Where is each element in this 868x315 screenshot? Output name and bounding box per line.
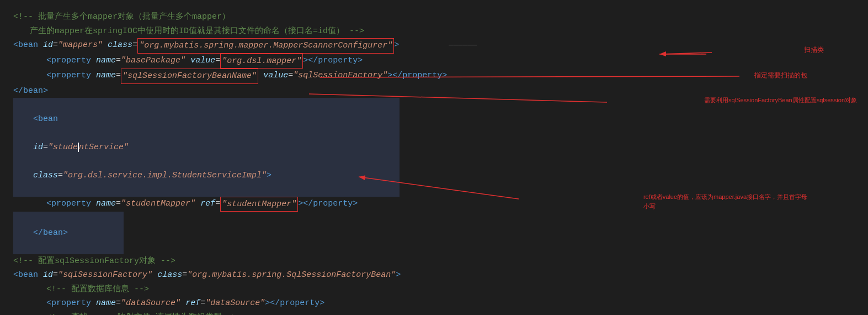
- close-bracket-3: >: [394, 38, 399, 53]
- code-line-13: <property name="dataSource" ref="dataSou…: [46, 296, 855, 311]
- code-line-6: </bean>: [13, 84, 855, 98]
- attr-name-val-4: "basePackage": [121, 54, 185, 68]
- code-line-5: <property name="sqlSessionFactoryBeanNam…: [46, 69, 855, 84]
- comment-2: 产生的mapper在springIOC中使用时的ID值就是其接口文件的命名（接口…: [30, 24, 364, 39]
- red-box-basepackage: "org.dsl.mapper": [220, 54, 303, 69]
- class-val-3: "org.mybatis.spring.mapper.MapperScanner…: [139, 41, 392, 50]
- open-tag-4: <: [46, 54, 51, 68]
- space-3: [38, 38, 43, 53]
- red-box-sqlsession-name: "sqlSessionFactoryBeanName": [121, 69, 258, 84]
- code-line-1: <!-- 批量产生多个mapper对象（批量产生多个mapper）: [13, 10, 855, 24]
- code-line-9: </bean>: [13, 212, 124, 254]
- code-area: <!-- 批量产生多个mapper对象（批量产生多个mapper） 产生的map…: [13, 10, 855, 315]
- code-line-14: <!-- 查找mapper映射文件 该属性为数组类型-->: [46, 311, 855, 316]
- code-line-3: <bean id="mappers" class="org.mybatis.sp…: [13, 38, 855, 54]
- red-box-class-val: "org.mybatis.spring.mapper.MapperScanner…: [137, 38, 394, 54]
- code-line-2: 产生的mapper在springIOC中使用时的ID值就是其接口文件的命名（接口…: [30, 24, 855, 39]
- attr-name-4: name: [96, 54, 116, 68]
- tag-name-prop-4: property: [51, 54, 91, 68]
- attr-id-val-3: "mappers": [58, 38, 103, 53]
- attr-id-3: id: [43, 38, 53, 53]
- space-3b: [103, 38, 108, 53]
- attr-class-3: class: [108, 38, 132, 53]
- open-tag-3: <: [13, 38, 18, 53]
- tag-name-bean-3: bean: [18, 38, 38, 53]
- code-line-12: <!-- 配置数据库信息 -->: [46, 282, 855, 297]
- code-line-4: <property name="basePackage" value="org.…: [46, 54, 855, 69]
- attr-value-val-4: "org.dsl.mapper": [222, 56, 301, 66]
- code-line-10: <!-- 配置sqlSessionFactory对象 -->: [13, 254, 855, 269]
- red-box-studentmapper-ref: "studentMapper": [220, 197, 298, 212]
- attr-value-4: value: [190, 54, 215, 68]
- code-line-8: <property name="studentMapper" ref="stud…: [46, 197, 855, 212]
- code-line-7: <bean id="studentService" class="org.dsl…: [13, 98, 400, 197]
- comment-1: <!-- 批量产生多个mapper对象（批量产生多个mapper）: [13, 10, 230, 24]
- code-line-11: <bean id="sqlSessionFactory" class="org.…: [13, 268, 855, 282]
